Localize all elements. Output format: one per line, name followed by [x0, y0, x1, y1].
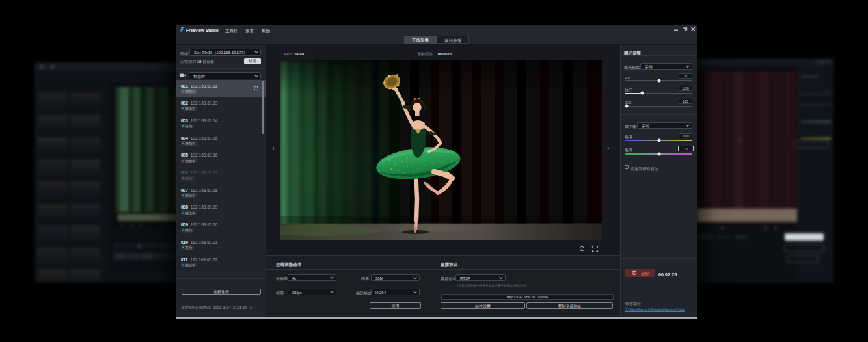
svg-text:›: › [739, 135, 740, 142]
